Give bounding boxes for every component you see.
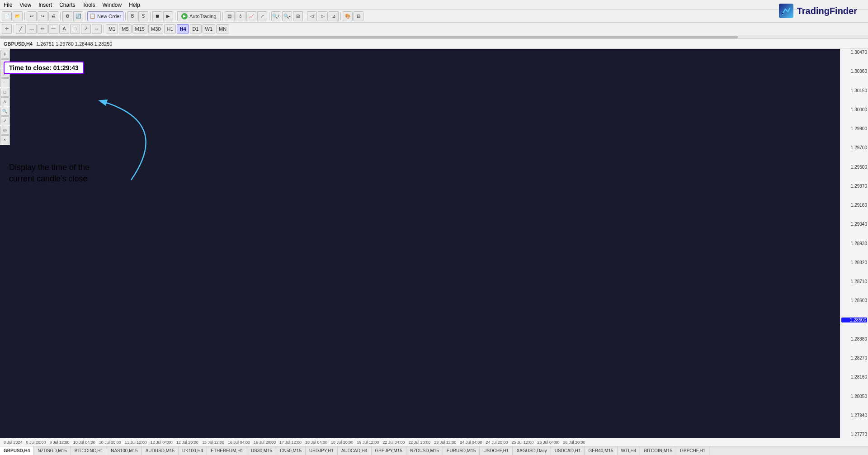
chart-canvas: [0, 49, 840, 438]
bottom-tab-uk100-h4[interactable]: UK100,H4: [179, 446, 207, 455]
side-tool-8[interactable]: ◎: [0, 126, 9, 135]
fib-btn[interactable]: 〰: [48, 24, 58, 34]
template-btn[interactable]: ⊟: [354, 11, 363, 21]
side-tool-0[interactable]: ✛: [0, 50, 9, 59]
bottom-tab-audcad-h4[interactable]: AUDCAD,H4: [338, 446, 372, 455]
bottom-tab-cn50-m15[interactable]: CN50,M15: [276, 446, 306, 455]
price-label: 1.30000: [841, 107, 867, 112]
time-label: 8 Jul 20:00: [24, 440, 48, 445]
expand-btn[interactable]: ⤢: [257, 11, 267, 21]
bottom-tab-nzdsgd-m15[interactable]: NZDSGD,M15: [34, 446, 71, 455]
menu-charts[interactable]: Charts: [59, 2, 75, 8]
sell-btn[interactable]: S: [138, 11, 148, 21]
bottom-tab-bitcoin-m15[interactable]: BITCOIN,M15: [640, 446, 676, 455]
bottom-tab-ger40-m15[interactable]: GER40,M15: [585, 446, 617, 455]
bottom-tab-bitcoinc-h1[interactable]: BITCOINC,H1: [71, 446, 107, 455]
line-btn[interactable]: ╱: [16, 24, 26, 34]
bottom-tab-usdjpy-h1[interactable]: USDJPY,H1: [306, 446, 338, 455]
toolbar2: ✛ ╱ — ✏ 〰 A □ ↗ ↔ M1 M5 M15 M30 H1 H4 D1…: [0, 23, 868, 35]
menu-insert[interactable]: Insert: [38, 2, 52, 8]
chart-type-candle[interactable]: 🕯: [236, 11, 245, 21]
hline-btn[interactable]: —: [27, 24, 37, 34]
bottom-tab-eurusd-m15[interactable]: EURUSD,M15: [443, 446, 480, 455]
chart-type-bar[interactable]: ▤: [225, 11, 235, 21]
crosshair-btn[interactable]: ✛: [2, 24, 12, 34]
tf-m30[interactable]: M30: [148, 24, 163, 33]
time-label: 15 Jul 12:00: [200, 440, 226, 445]
settings-btn[interactable]: ⚙: [62, 11, 72, 21]
text-btn[interactable]: A: [59, 24, 69, 34]
time-label: 18 Jul 04:00: [303, 440, 329, 445]
side-tool-6[interactable]: 🔍: [0, 107, 9, 116]
side-tool-3[interactable]: —: [0, 78, 9, 87]
bottom-tab-audusd-m15[interactable]: AUDUSD,M15: [142, 446, 179, 455]
side-tool-5[interactable]: A: [0, 97, 9, 106]
chart-scrollbar[interactable]: [0, 35, 868, 39]
bottom-tab-usdchf-h1[interactable]: USDCHF,H1: [480, 446, 513, 455]
new-order-btn[interactable]: 📋 New Order: [87, 11, 123, 21]
menu-file[interactable]: File: [4, 2, 12, 8]
stop-btn[interactable]: ⏹: [152, 11, 162, 21]
bottom-tab-gbpchf-h1[interactable]: GBPCHF,H1: [676, 446, 709, 455]
price-label: 1.27940: [841, 413, 867, 418]
pencil-btn[interactable]: ✏: [38, 24, 47, 34]
tf-m15[interactable]: M15: [132, 24, 147, 33]
scrollbar-thumb[interactable]: [0, 36, 738, 38]
open-btn[interactable]: 📂: [13, 11, 23, 21]
chart-type-line[interactable]: 📈: [246, 11, 256, 21]
tf-w1[interactable]: W1: [203, 24, 216, 33]
time-label: 23 Jul 12:00: [432, 440, 458, 445]
bottom-tab-usdcad-h1[interactable]: USDCAD,H1: [551, 446, 585, 455]
new-chart-btn[interactable]: 📄: [2, 11, 12, 21]
time-axis: 8 Jul 20248 Jul 20:009 Jul 12:0010 Jul 0…: [0, 438, 868, 446]
measure-btn[interactable]: ↔: [92, 24, 102, 34]
buy-btn[interactable]: B: [127, 11, 137, 21]
menu-view[interactable]: View: [19, 2, 31, 8]
time-label: 24 Jul 20:00: [484, 440, 509, 445]
bottom-tab-xagusd-daily[interactable]: XAGUSD,Daily: [513, 446, 551, 455]
autotrading-btn[interactable]: ▶ AutoTrading: [177, 11, 221, 21]
arrow-draw-btn[interactable]: ↗: [81, 24, 91, 34]
side-tool-4[interactable]: □: [0, 88, 9, 97]
price-axis: 1.304701.303601.301501.300001.299001.297…: [840, 49, 868, 438]
rect-btn[interactable]: □: [70, 24, 80, 34]
bottom-tab-gbpusd-h4[interactable]: GBPUSD,H4: [0, 446, 34, 455]
undo-btn[interactable]: ↩: [27, 11, 37, 21]
bottom-tab-us30-m15[interactable]: US30,M15: [247, 446, 276, 455]
price-label: 1.29900: [841, 126, 867, 131]
price-label: 1.27770: [841, 432, 867, 437]
bottom-tab-nzdusd-m15[interactable]: NZDUSD,M15: [406, 446, 443, 455]
bottom-tab-ethereum-h1[interactable]: ETHEREUM,H1: [207, 446, 247, 455]
refresh-btn[interactable]: 🔄: [73, 11, 83, 21]
time-label: 18 Jul 20:00: [329, 440, 355, 445]
zoom-in-btn[interactable]: 🔍+: [271, 11, 281, 21]
time-label: 12 Jul 20:00: [175, 440, 200, 445]
zoom-out-btn[interactable]: 🔍-: [282, 11, 292, 21]
tf-m1[interactable]: M1: [106, 24, 118, 33]
fit-btn[interactable]: ⊞: [293, 11, 303, 21]
menu-window[interactable]: Window: [103, 2, 122, 8]
side-tool-7[interactable]: ⤢: [0, 116, 9, 125]
price-label: 1.28160: [841, 374, 867, 379]
play-btn[interactable]: ▶: [163, 11, 173, 21]
tf-mn[interactable]: MN: [216, 24, 229, 33]
menu-help[interactable]: Help: [129, 2, 140, 8]
time-label: 19 Jul 12:00: [355, 440, 381, 445]
price-label: 1.28050: [841, 394, 867, 399]
time-label: 26 Jul 04:00: [535, 440, 561, 445]
tf-h4[interactable]: H4: [177, 24, 189, 33]
side-tool-9[interactable]: ×: [0, 135, 9, 144]
tf-d1[interactable]: D1: [190, 24, 202, 33]
menu-tools[interactable]: Tools: [83, 2, 95, 8]
print-btn[interactable]: 🖨: [48, 11, 58, 21]
bottom-tab-wti-h4[interactable]: WTI,H4: [618, 446, 641, 455]
color-btn[interactable]: 🎨: [343, 11, 353, 21]
indicator-btn1[interactable]: ◁: [307, 11, 317, 21]
bottom-tab-nas100-m15[interactable]: NAS100,M15: [107, 446, 142, 455]
indicator-btn2[interactable]: ▷: [318, 11, 328, 21]
tf-m5[interactable]: M5: [119, 24, 131, 33]
redo-btn[interactable]: ↪: [38, 11, 47, 21]
tf-h1[interactable]: H1: [164, 24, 176, 33]
bottom-tab-gbpjpy-m15[interactable]: GBPJPY,M15: [372, 446, 406, 455]
indicator-btn3[interactable]: ⊿: [329, 11, 339, 21]
